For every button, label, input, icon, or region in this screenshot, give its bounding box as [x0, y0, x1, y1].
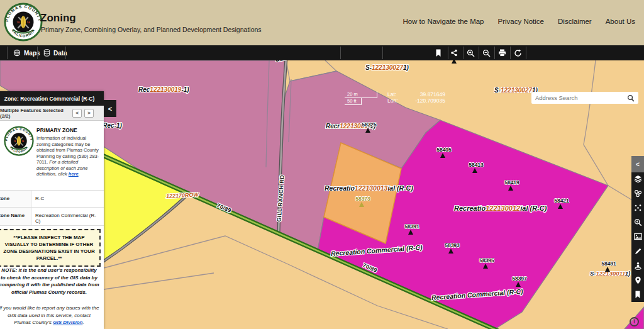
print-button[interactable]	[495, 47, 509, 59]
nav-link[interactable]: Privacy Notice	[498, 18, 545, 25]
print-icon	[498, 49, 506, 57]
bookmark-icon[interactable]	[633, 290, 642, 299]
bookmark-button[interactable]	[431, 47, 445, 59]
bookmark-icon	[435, 49, 441, 57]
search-input[interactable]	[531, 94, 627, 101]
scale-bar: 20 m 50 ft	[345, 91, 377, 105]
nav-link[interactable]: About Us	[606, 18, 635, 25]
share-button[interactable]	[447, 47, 461, 59]
zone-label: Rec122130019-1)	[138, 87, 189, 93]
feature-marker[interactable]	[472, 168, 477, 173]
feature-marker[interactable]	[365, 128, 370, 133]
inspect-warning: **PLEASE INSPECT THE MAP VISUALLY TO DET…	[0, 229, 101, 267]
gis-note: NOTE: It is the end user's responsibilit…	[0, 267, 99, 296]
feature-panel: Zone: Recreation Commercial (R-C) Multip…	[0, 91, 104, 329]
next-feature-button[interactable]: >	[84, 109, 94, 118]
plumas-county-logo-small	[4, 126, 34, 156]
zone-label: 122170ROW	[166, 192, 199, 199]
search-icon[interactable]	[627, 94, 635, 102]
zone-label: 70/89	[216, 203, 232, 214]
here-link[interactable]: here	[69, 171, 79, 177]
basemap-icon[interactable]	[633, 189, 642, 198]
plumas-county-logo	[4, 3, 43, 42]
zone-label: S-1221300271)	[365, 65, 409, 71]
screenshot-icon[interactable]	[633, 232, 642, 241]
feature-marker[interactable]	[558, 204, 563, 209]
marker-label: 58421	[549, 198, 574, 204]
feature-marker[interactable]	[508, 186, 513, 191]
marker-label: 58395	[474, 258, 499, 264]
zoom-in-icon	[467, 49, 475, 57]
table-row: Zone NameRecreation Commercial (R-C)	[0, 208, 104, 226]
scale-metric: 20 m	[345, 91, 377, 98]
marker-label: 58325	[357, 122, 382, 128]
draw-icon[interactable]	[633, 247, 642, 255]
zone-info-text: Information of individual zoning categor…	[36, 135, 99, 177]
zone-label: Recreatio122130012ial (R-C)	[454, 205, 547, 212]
info-icon[interactable]: i	[630, 317, 639, 326]
feature-marker[interactable]	[452, 60, 457, 64]
selection-count: Multiple Features Selected (2/2)	[0, 108, 72, 119]
globe-icon	[13, 49, 21, 57]
marker-label: 58393	[440, 243, 465, 248]
marker-label: 58373	[350, 196, 375, 202]
primary-zone-heading: PRIMARY ZONE	[36, 127, 77, 133]
page-subtitle: Primary Zone, Combining Overlay, and Pla…	[41, 26, 262, 33]
location-pin-icon[interactable]	[633, 276, 642, 284]
feature-marker[interactable]	[440, 153, 445, 158]
zone-label: Recreatio122130013ial (R-C)	[325, 185, 413, 192]
layers-icon[interactable]	[633, 174, 642, 183]
page-title: Zoning	[40, 12, 76, 25]
street-view-icon[interactable]	[633, 261, 642, 270]
zone-label: 70/89	[362, 262, 378, 274]
prev-feature-button[interactable]: <	[72, 109, 82, 118]
feature-marker[interactable]	[448, 248, 453, 254]
lon-value: -120.709035	[415, 98, 445, 104]
share-icon	[450, 49, 458, 57]
marker-label: 58491	[596, 261, 621, 267]
zoom-to-icon[interactable]	[633, 218, 642, 226]
zoom-out-icon	[482, 49, 491, 57]
zone-label: (Rec-1)	[101, 123, 122, 129]
data-button[interactable]: Data	[40, 45, 71, 60]
row-value: R-C	[31, 191, 104, 207]
zoom-in-button[interactable]	[464, 47, 477, 59]
selection-bar: Multiple Features Selected (2/2) < >	[0, 106, 104, 121]
marker-label: 58405	[431, 147, 457, 153]
nav-link[interactable]: How to Navigate the Map	[402, 18, 484, 25]
zone-table: ZoneR-CZone NameRecreation Commercial (R…	[0, 190, 104, 226]
map-tools-sidebar: <	[631, 156, 644, 302]
zoom-out-button[interactable]	[479, 47, 493, 59]
refresh-icon	[514, 49, 522, 57]
database-icon	[43, 49, 50, 57]
feature-marker[interactable]	[408, 230, 413, 235]
zone-label: Suburban (S-1)	[275, 60, 320, 63]
sidebar-collapse-button[interactable]: <	[631, 156, 644, 172]
report-text: If you would like to report any issues w…	[0, 304, 99, 326]
marker-label: 58419	[499, 180, 525, 186]
feature-marker[interactable]	[359, 202, 364, 207]
lon-label: Lon:	[387, 98, 398, 104]
panel-collapse-button[interactable]: <	[104, 100, 116, 117]
zone-label: S-1221300111)	[590, 270, 630, 277]
feature-marker[interactable]	[483, 264, 488, 269]
panel-title: Zone: Recreation Commercial (R-C)	[0, 91, 104, 106]
map-toolbar: Maps Data 20 m 50 ft Lat:39.871649 Lon:-…	[0, 45, 644, 60]
marker-label: 58413	[464, 162, 489, 168]
zone-label: Recreation Commercial (R-C)	[331, 244, 423, 257]
marker-label: 58391	[399, 224, 425, 230]
maps-button[interactable]: Maps	[9, 45, 44, 60]
table-row: ZoneR-C	[0, 191, 104, 208]
zone-label: Recreation Commercial (R-C)	[431, 288, 523, 301]
nav-link[interactable]: Disclaimer	[558, 18, 592, 25]
feature-marker[interactable]	[605, 267, 610, 272]
refresh-button[interactable]	[511, 47, 525, 59]
sidebar-icons	[631, 172, 644, 302]
row-label: Zone	[0, 191, 31, 207]
coordinates-readout: Lat:39.871649 Lon:-120.709035	[387, 92, 445, 104]
sketch-icon[interactable]	[633, 203, 642, 212]
row-label: Zone Name	[0, 208, 31, 225]
gis-division-link[interactable]: GIS Division	[53, 320, 82, 325]
row-value: Recreation Commercial (R-C)	[31, 208, 104, 225]
feature-marker[interactable]	[516, 282, 521, 287]
